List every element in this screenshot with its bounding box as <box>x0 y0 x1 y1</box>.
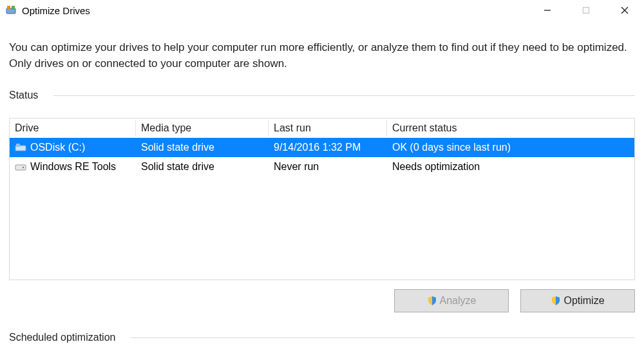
drive-name: OSDisk (C:) <box>30 142 85 153</box>
divider <box>53 95 635 96</box>
svg-rect-8 <box>16 144 20 147</box>
analyze-label: Analyze <box>440 295 477 307</box>
last-run: 9/14/2016 1:32 PM <box>269 139 387 156</box>
svg-rect-4 <box>583 8 589 14</box>
status-label: Status <box>9 90 53 101</box>
col-drive[interactable]: Drive <box>10 120 136 137</box>
current-status: OK (0 days since last run) <box>387 139 634 156</box>
last-run: Never run <box>269 158 387 175</box>
table-row[interactable]: Windows RE Tools Solid state drive Never… <box>10 157 634 176</box>
optimize-label: Optimize <box>564 295 604 307</box>
drive-list[interactable]: Drive Media type Last run Current status… <box>9 118 635 280</box>
drive-icon <box>15 143 26 152</box>
titlebar: Optimize Drives <box>0 0 644 21</box>
window-controls <box>528 0 644 21</box>
minimize-button[interactable] <box>528 0 567 21</box>
optimize-button[interactable]: Optimize <box>520 289 635 312</box>
drive-name: Windows RE Tools <box>30 161 116 173</box>
table-row[interactable]: OSDisk (C:) Solid state drive 9/14/2016 … <box>10 138 634 157</box>
scheduled-section-header: Scheduled optimization <box>9 332 635 343</box>
shield-icon <box>427 296 437 306</box>
col-current-status[interactable]: Current status <box>387 120 634 137</box>
close-button[interactable] <box>605 0 644 21</box>
svg-rect-1 <box>7 6 10 10</box>
current-status: Needs optimization <box>387 158 634 175</box>
window-title: Optimize Drives <box>22 5 90 16</box>
col-last-run[interactable]: Last run <box>269 120 387 137</box>
action-buttons: Analyze Optimize <box>9 289 635 312</box>
divider <box>131 338 635 338</box>
analyze-button[interactable]: Analyze <box>394 289 509 312</box>
col-media-type[interactable]: Media type <box>136 120 269 137</box>
app-icon <box>5 5 17 16</box>
svg-rect-9 <box>15 165 26 170</box>
media-type: Solid state drive <box>136 158 269 175</box>
drive-icon <box>15 162 26 171</box>
scheduled-label: Scheduled optimization <box>9 332 131 343</box>
shield-icon <box>551 296 561 306</box>
maximize-button[interactable] <box>567 0 605 21</box>
drive-list-header: Drive Media type Last run Current status <box>10 119 634 138</box>
svg-rect-2 <box>12 6 15 10</box>
status-section-header: Status <box>9 90 635 101</box>
description-text: You can optimize your drives to help you… <box>9 40 635 71</box>
svg-point-10 <box>23 167 24 168</box>
media-type: Solid state drive <box>136 139 269 156</box>
